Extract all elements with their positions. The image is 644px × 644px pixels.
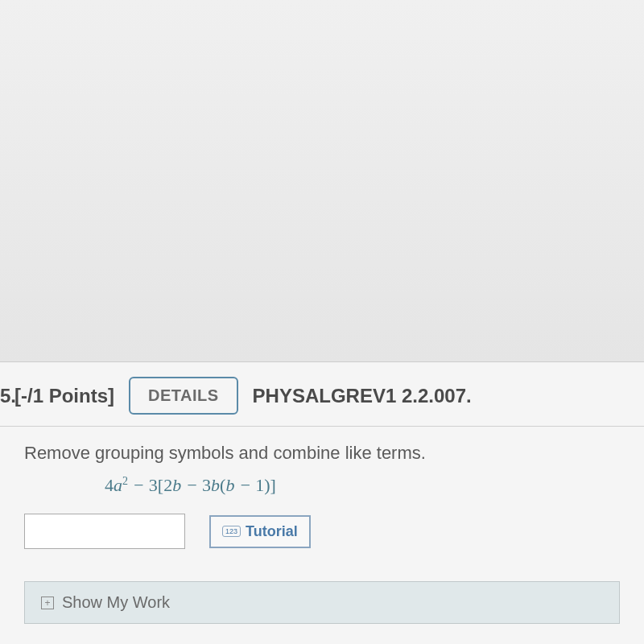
question-container: 5. [-/1 Points] DETAILS PHYSALGREV1 2.2.… [0,362,644,644]
question-body: Remove grouping symbols and combine like… [0,427,644,644]
plus-icon: + [41,597,54,609]
answer-row: 123 Tutorial [24,514,620,549]
tutorial-label: Tutorial [246,523,298,540]
blank-upper-area [0,0,644,362]
question-id-label: PHYSALGREV1 2.2.007. [253,385,472,407]
math-expression: 4a2 − 3[2b − 3b(b − 1)] [105,475,620,496]
show-my-work-label: Show My Work [62,593,170,612]
show-my-work-panel[interactable]: + Show My Work [24,581,620,624]
points-label: [-/1 Points] [14,385,114,407]
tutorial-button[interactable]: 123 Tutorial [209,515,311,548]
details-button[interactable]: DETAILS [129,377,238,415]
question-number: 5. [0,385,16,407]
tutorial-icon: 123 [222,526,241,537]
answer-input[interactable] [24,514,185,549]
question-header: 5. [-/1 Points] DETAILS PHYSALGREV1 2.2.… [0,362,644,427]
question-prompt: Remove grouping symbols and combine like… [24,443,620,464]
